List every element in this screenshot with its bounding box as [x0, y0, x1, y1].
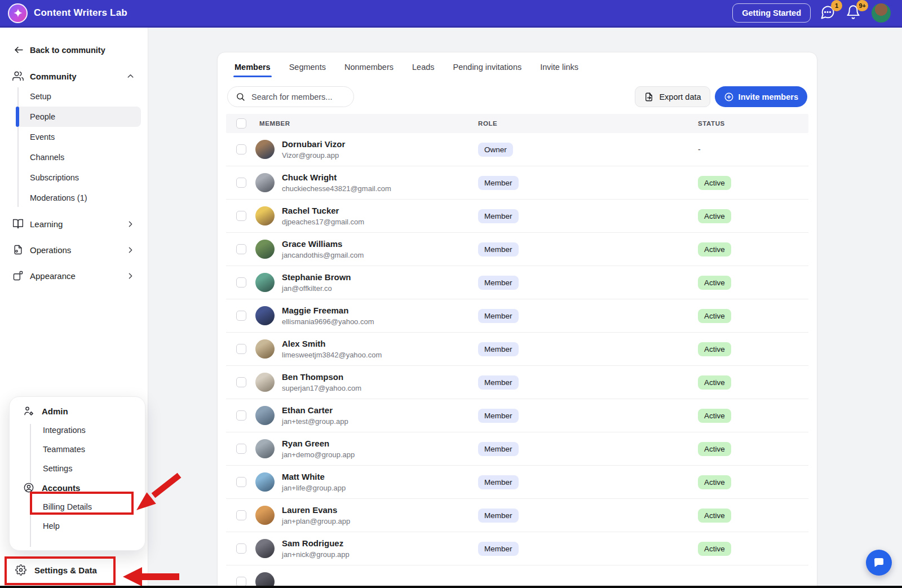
operations-label: Operations: [30, 245, 71, 255]
search-box[interactable]: [227, 86, 354, 107]
gear-icon: [15, 564, 26, 576]
admin-popup-menu: Admin Integrations Teammates Settings Ac…: [9, 396, 145, 551]
status-badge: Active: [698, 509, 731, 523]
status-badge: Active: [698, 409, 731, 423]
menu-item-help[interactable]: Help: [10, 516, 145, 536]
menu-item-teammates[interactable]: Teammates: [10, 440, 145, 459]
row-checkbox[interactable]: [236, 543, 246, 554]
brand[interactable]: Content Writers Lab: [8, 3, 127, 23]
tab-pending-invitations[interactable]: Pending invitations: [453, 63, 522, 77]
member-name: Alex Smith: [282, 339, 382, 350]
member-name: Lauren Evans: [282, 505, 350, 516]
row-checkbox[interactable]: [236, 377, 246, 387]
table-row[interactable]: Chuck Wright chuckiechesse43821@gmail.co…: [226, 166, 808, 200]
getting-started-button[interactable]: Getting Started: [732, 3, 811, 23]
back-label: Back to community: [30, 46, 105, 55]
member-email: jancandothis@gmail.com: [282, 251, 364, 259]
row-checkbox[interactable]: [236, 178, 246, 188]
user-avatar[interactable]: [872, 3, 891, 23]
role-badge: Member: [478, 209, 519, 223]
sidebar-item-people[interactable]: People: [16, 107, 141, 127]
notifications-badge: 9+: [856, 0, 868, 11]
sidebar-item-channels[interactable]: Channels: [16, 147, 141, 167]
row-checkbox[interactable]: [236, 477, 246, 487]
row-checkbox[interactable]: [236, 410, 246, 421]
table-row[interactable]: Ben Thompson superjan17@yahoo.com Member…: [226, 366, 808, 399]
back-to-community-link[interactable]: Back to community: [14, 45, 148, 55]
avatar: [255, 506, 275, 525]
row-checkbox[interactable]: [236, 311, 246, 321]
user-gear-icon: [23, 405, 34, 417]
table-row[interactable]: Stephanie Brown jan@offkilter.co Member …: [226, 266, 808, 299]
role-badge: Member: [478, 409, 519, 423]
member-name: Maggie Freeman: [282, 306, 374, 316]
tab-invite-links[interactable]: Invite links: [540, 63, 578, 77]
chevron-right-icon: [126, 219, 135, 229]
community-icon: [12, 70, 24, 82]
role-badge: Member: [478, 375, 519, 390]
tab-members[interactable]: Members: [235, 63, 271, 77]
status-badge: Active: [698, 375, 731, 390]
table-row[interactable]: [226, 565, 808, 588]
invite-members-button[interactable]: Invite members: [715, 86, 807, 107]
chevron-right-icon: [126, 271, 135, 281]
avatar: [255, 339, 275, 359]
row-checkbox[interactable]: [236, 444, 246, 454]
role-badge: Member: [478, 509, 519, 523]
menu-item-settings[interactable]: Settings: [10, 459, 145, 478]
tab-leads[interactable]: Leads: [412, 63, 435, 77]
tab-nonmembers[interactable]: Nonmembers: [344, 63, 393, 77]
table-row[interactable]: Alex Smith limesweetjm3842@yahoo.com Mem…: [226, 333, 808, 366]
row-checkbox[interactable]: [236, 277, 246, 288]
export-data-button[interactable]: Export data: [635, 86, 710, 107]
table-row[interactable]: Rachel Tucker djpeaches17@gmail.com Memb…: [226, 200, 808, 233]
member-email: jan+plan@group.app: [282, 517, 350, 525]
search-input[interactable]: [250, 92, 341, 102]
member-name: Ethan Carter: [282, 405, 348, 416]
table-row[interactable]: Ethan Carter jan+test@group.app Member A…: [226, 399, 808, 432]
sidebar: Back to community Community Setup People…: [0, 28, 148, 588]
sidebar-item-appearance[interactable]: Appearance: [12, 266, 135, 286]
table-row[interactable]: Lauren Evans jan+plan@group.app Member A…: [226, 499, 808, 532]
menu-group-admin[interactable]: Admin: [10, 401, 145, 421]
row-checkbox[interactable]: [236, 144, 246, 154]
main-content: Members Segments Nonmembers Leads Pendin…: [148, 28, 902, 588]
role-badge: Member: [478, 176, 519, 190]
row-checkbox[interactable]: [236, 244, 246, 254]
sidebar-item-moderations[interactable]: Moderations (1): [16, 188, 141, 208]
menu-group-accounts[interactable]: Accounts: [10, 478, 145, 497]
sidebar-item-setup[interactable]: Setup: [16, 86, 141, 107]
row-checkbox[interactable]: [236, 211, 246, 221]
table-row[interactable]: Sam Rodriguez jan+nick@group.app Member …: [226, 532, 808, 565]
row-checkbox[interactable]: [236, 344, 246, 354]
tab-segments[interactable]: Segments: [289, 63, 326, 77]
member-email: chuckiechesse43821@gmail.com: [282, 184, 391, 193]
select-all-checkbox[interactable]: [236, 118, 246, 129]
role-badge: Member: [478, 542, 519, 556]
sidebar-item-events[interactable]: Events: [16, 127, 141, 147]
table-row[interactable]: Grace Williams jancandothis@gmail.com Me…: [226, 233, 808, 266]
status-badge: Active: [698, 342, 731, 356]
table-row[interactable]: Matt White jan+life@group.app Member Act…: [226, 466, 808, 499]
settings-and-data-item[interactable]: Settings & Data: [0, 556, 130, 583]
members-table-body: Dornubari Vizor Vizor@group.app Owner - …: [226, 133, 808, 588]
menu-item-integrations[interactable]: Integrations: [10, 421, 145, 440]
sidebar-item-operations[interactable]: Operations: [12, 240, 135, 260]
table-row[interactable]: Dornubari Vizor Vizor@group.app Owner -: [226, 133, 808, 166]
sidebar-item-subscriptions[interactable]: Subscriptions: [16, 167, 141, 188]
notifications-button[interactable]: 9+: [846, 5, 863, 21]
chat-button[interactable]: 1: [820, 5, 837, 21]
chat-widget-button[interactable]: [866, 550, 892, 576]
menu-item-billing-details[interactable]: Billing Details: [10, 497, 145, 516]
chevron-up-icon[interactable]: [126, 72, 135, 81]
members-table: MEMBER ROLE STATUS Dornubari Vizor Vizor…: [226, 114, 808, 588]
table-row[interactable]: Ryan Green jan+demo@group.app Member Act…: [226, 432, 808, 466]
community-section-header[interactable]: Community: [12, 70, 135, 82]
role-badge: Member: [478, 276, 519, 290]
member-name: Matt White: [282, 472, 346, 483]
member-name: Ryan Green: [282, 439, 355, 449]
row-checkbox[interactable]: [236, 510, 246, 520]
table-row[interactable]: Maggie Freeman ellismania9696@yahoo.com …: [226, 299, 808, 333]
sidebar-item-learning[interactable]: Learning: [12, 214, 135, 234]
export-icon: [644, 92, 654, 102]
